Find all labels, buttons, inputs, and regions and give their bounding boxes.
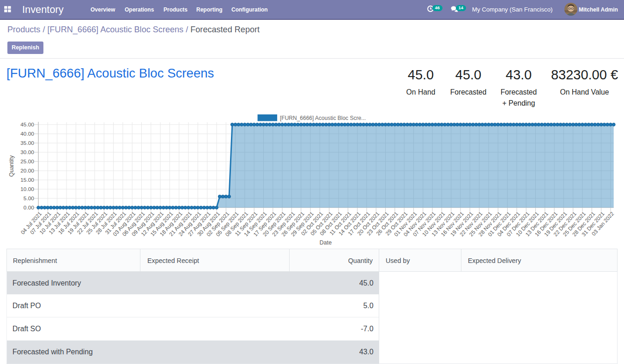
svg-text:25.00: 25.00 [20, 158, 34, 165]
svg-text:Date: Date [320, 239, 332, 246]
svg-text:0.00: 0.00 [24, 204, 34, 211]
svg-text:10.00: 10.00 [20, 186, 34, 192]
svg-text:20.00: 20.00 [20, 167, 34, 174]
svg-text:[FURN_6666] Acoustic Bloc Scre: [FURN_6666] Acoustic Bloc Scre... [280, 115, 366, 121]
svg-text:35.00: 35.00 [20, 140, 34, 146]
svg-text:5.00: 5.00 [24, 195, 34, 202]
svg-text:40.00: 40.00 [20, 131, 34, 137]
svg-text:15.00: 15.00 [20, 177, 34, 183]
svg-text:30.00: 30.00 [20, 149, 34, 155]
svg-text:Quantity: Quantity [8, 155, 15, 177]
svg-text:45.00: 45.00 [20, 121, 34, 128]
